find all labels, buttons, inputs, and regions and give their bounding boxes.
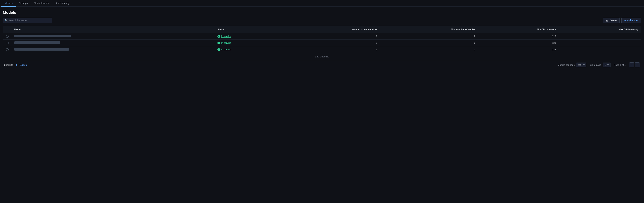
- table-footer: 3 results ↻ Refresh Models per page 10 2…: [3, 60, 641, 69]
- row-max-cpu-cell: [559, 40, 641, 46]
- name-bar: [14, 41, 60, 44]
- end-of-results: End of results: [3, 53, 641, 60]
- table-header-row: Name Status Number of accelerators Min. …: [3, 26, 641, 33]
- refresh-label: Refresh: [19, 64, 27, 66]
- row-min-cpu-cell: 128: [478, 46, 559, 53]
- next-page-button[interactable]: ›: [635, 62, 640, 67]
- status-badge[interactable]: In service: [218, 48, 275, 51]
- row-min-copies-cell: 2: [380, 33, 478, 40]
- footer-right: Models per page 10 25 50 100 Go to page …: [558, 62, 640, 67]
- row-min-cpu-cell: 128: [478, 33, 559, 40]
- status-label: In service: [221, 35, 231, 37]
- row-accelerators-cell: 1: [278, 46, 380, 53]
- row-select-cell[interactable]: [3, 40, 12, 46]
- table-row: In service12128: [3, 33, 641, 40]
- col-header-name: Name: [12, 26, 214, 33]
- row-name-cell: [12, 40, 214, 46]
- row-status-cell[interactable]: In service: [214, 40, 278, 46]
- search-icon: 🔍: [4, 19, 8, 22]
- tab-auto-scaling[interactable]: Auto-scaling: [53, 0, 73, 7]
- select-all-header: [3, 26, 12, 33]
- table-container: Name Status Number of accelerators Min. …: [3, 26, 641, 60]
- col-header-max-cpu: Max CPU memory: [559, 26, 641, 33]
- tab-test-inference[interactable]: Test inference: [31, 0, 53, 7]
- row-select-cell[interactable]: [3, 33, 12, 40]
- search-actions-row: 🔍 🗑 Delete + Add model: [3, 18, 641, 23]
- page-title: Models: [3, 10, 641, 15]
- per-page-select[interactable]: 10 25 50 100: [576, 63, 586, 67]
- page-info: Page 1 of 1: [614, 64, 626, 66]
- search-container: 🔍: [3, 18, 52, 23]
- tab-settings[interactable]: Settings: [16, 0, 31, 7]
- footer-left: 3 results ↻ Refresh: [4, 64, 27, 66]
- prev-page-button[interactable]: ‹: [629, 62, 634, 67]
- row-min-copies-cell: 3: [380, 40, 478, 46]
- row-min-cpu-cell: 128: [478, 40, 559, 46]
- refresh-button[interactable]: ↻ Refresh: [16, 64, 27, 66]
- name-bar: [14, 35, 71, 37]
- per-page-group: Models per page 10 25 50 100: [558, 63, 586, 67]
- col-header-min-copies: Min. number of copies: [380, 26, 478, 33]
- status-badge[interactable]: In service: [218, 42, 275, 44]
- add-model-label: + Add model: [624, 19, 638, 22]
- status-label: In service: [221, 48, 231, 51]
- row-max-cpu-cell: [559, 46, 641, 53]
- goto-page-group: Go to page 1: [590, 63, 610, 67]
- search-input[interactable]: [3, 18, 52, 23]
- tab-models[interactable]: Models: [2, 0, 16, 7]
- tab-bar: Models Settings Test inference Auto-scal…: [0, 0, 644, 7]
- row-status-cell[interactable]: In service: [214, 33, 278, 40]
- row-accelerators-cell: 1: [278, 33, 380, 40]
- name-bar: [14, 48, 69, 51]
- row-max-cpu-cell: [559, 33, 641, 40]
- row-radio[interactable]: [6, 35, 9, 38]
- row-status-cell[interactable]: In service: [214, 46, 278, 53]
- status-label: In service: [221, 42, 231, 44]
- col-header-min-cpu: Min CPU memory: [478, 26, 559, 33]
- results-count: 3 results: [4, 64, 13, 66]
- models-table: Name Status Number of accelerators Min. …: [3, 26, 641, 53]
- goto-page-select[interactable]: 1: [603, 63, 610, 67]
- add-model-button[interactable]: + Add model: [622, 18, 641, 23]
- col-header-status: Status: [214, 26, 278, 33]
- status-check-icon: [218, 35, 220, 38]
- page-content: Models 🔍 🗑 Delete + Add model Name Statu…: [0, 7, 644, 73]
- status-check-icon: [218, 48, 220, 51]
- row-radio[interactable]: [6, 48, 9, 51]
- row-accelerators-cell: 2: [278, 40, 380, 46]
- status-check-icon: [218, 42, 220, 44]
- per-page-label: Models per page: [558, 64, 575, 66]
- row-name-cell: [12, 46, 214, 53]
- refresh-icon: ↻: [16, 64, 18, 66]
- row-name-cell: [12, 33, 214, 40]
- row-radio[interactable]: [6, 42, 9, 44]
- actions-row: 🗑 Delete + Add model: [603, 18, 641, 23]
- row-select-cell[interactable]: [3, 46, 12, 53]
- status-badge[interactable]: In service: [218, 35, 275, 38]
- table-row: In service23128: [3, 40, 641, 46]
- table-row: In service11128: [3, 46, 641, 53]
- delete-label: Delete: [610, 19, 616, 22]
- row-min-copies-cell: 1: [380, 46, 478, 53]
- trash-icon: 🗑: [606, 19, 608, 22]
- goto-page-label: Go to page: [590, 64, 601, 66]
- pagination-buttons: ‹ ›: [629, 62, 640, 67]
- delete-button[interactable]: 🗑 Delete: [603, 18, 620, 23]
- col-header-accelerators: Number of accelerators: [278, 26, 380, 33]
